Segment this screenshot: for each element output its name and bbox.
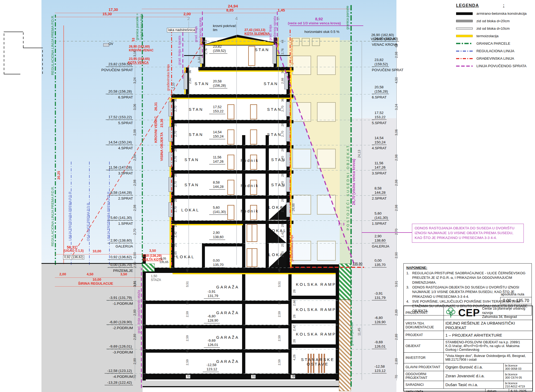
glavni-name: Ognjen Đurović d.i.a. [444,363,503,371]
vertical-label: granica parcele = [135,13,139,40]
small-dimension: 2,70 [174,206,177,212]
small-dimension: 44 [281,40,284,43]
small-dimension: 2,65 [281,251,284,257]
small-dimension: 2,59 [186,335,189,341]
elevation-mark: 5,60 (141,30) [209,205,227,215]
elevation-mark: 0,00 135,70 [209,258,225,268]
small-dimension: 2,90 [133,262,136,268]
annotation: 2,00 [59,272,66,276]
dimension: 2,89 [395,358,398,364]
slab-rect [143,300,292,304]
sw-dblu-swatch [456,51,473,52]
level-mark: 11,56 (147,26) [106,165,133,170]
level-mark: 5,60 (141,30) [108,216,133,220]
line [4,32,4,74]
line [107,94,374,94]
note-text: REGULACIJA PRISTUPNE SAOBRAĆAJNICE - ULI… [412,271,529,285]
vertical-label: građevinska linija [290,235,294,262]
annotation: 15,30 [102,12,112,16]
small-dimension: 2,59 [186,359,189,365]
legend-item: LINIJA POVUČENOG SPRATA [456,64,533,68]
legend-item: REGULACIONA LINIJA [456,49,533,53]
sw-yel-swatch [456,35,473,37]
sw-gry-swatch [456,20,473,22]
line [4,74,20,74]
annotation: 24,94 [228,4,238,8]
dimension: 3,24 [395,104,398,110]
doorD-rect [247,248,257,267]
absolute-zero-value: 0.00 = 135.70 [500,297,532,304]
dimension: 2,98 [133,180,137,186]
vertical-label: REGULACIONA LINIJA PREMA P.D.R. [51,15,55,75]
vertical-label: 26,70 (visina venca krova) [351,159,356,205]
small-dimension: 28 [174,148,177,152]
line [277,10,278,47]
line [107,67,374,67]
note-item: 1.REGULACIJA PRISTUPNE SAOBRAĆAJNICE - U… [406,271,529,285]
level-mark: 17,52 (153,22) [106,115,133,120]
vrsta-label: VRSTA TEH. DOKUMENTACIJE [404,320,444,331]
level-name: 3.SPRAT [118,171,133,175]
nwin-rect [292,241,311,261]
hgrn-rect [339,264,351,300]
level-name: 5.SPRAT [118,121,133,125]
projektant-label: PROJEKTANT: [404,306,444,320]
lic-number: 300 C674 05 [505,376,531,379]
legend-item-label: GRANICA PARCELE [476,41,510,45]
small-dimension: 30 [278,301,281,305]
level-name: 1.SPRAT [118,222,133,226]
level-mark: 8,58 144,28 [372,186,387,195]
level-name: 2.SPRAT [118,196,133,200]
vrsta-value: IDEJNO REŠENJE ZA URBANISTIČKI PROJEKAT [444,320,532,331]
small-dimension: 2,42 [281,231,284,237]
yel-rect [171,98,293,99]
room-label: LOKAL [266,227,289,233]
slab-rect [198,67,293,70]
elevation-mark: -3,91 131,79 [204,290,220,299]
vertical-label: POSTOJEĆI SUSEDNI OBJEKAT [346,144,350,230]
annotation: 3,50 [149,249,156,253]
lic-label: br.licence [505,382,531,385]
small-dimension: 40 [278,269,281,272]
slab-rect [143,254,146,380]
dimension: 2,98 [395,52,398,58]
room-label: STAN [177,181,207,188]
line [290,267,364,268]
line [184,55,203,56]
objekat-value: STAMBENO-POSLOVNI OBJEKAT na k.p. 2089/1… [444,340,532,352]
small-dimension: 1,10 [197,57,201,63]
small-dimension: 2,59 [278,359,281,365]
line [4,32,23,32]
small-dimension: 36 [281,98,284,102]
small-dimension: 40 [186,269,189,272]
level-name: GALERIJA [372,244,389,248]
legend-item-label: zid od bloka d=20cm [476,19,510,23]
investitor-value: "Vista Alegre doo", Bulevar Oslobodjenja… [444,353,532,363]
small-dimension: 28 [174,199,177,202]
annotation: 10,00 [93,278,101,282]
line [107,300,372,301]
small-dimension: 25 [174,243,177,247]
level-mark: -6,80 (128,90) [106,320,133,325]
slab-rect [143,374,339,379]
drawing-sheet: 24523,82 (159,52)POVUČENI SPRAT20,58 (15… [0,0,535,392]
lic-number: 300 0058 03 [505,367,531,370]
grid-axis-number: 2 [187,16,190,21]
slab-rect [143,268,339,273]
dimension: 2,98 [133,129,137,135]
elevation-mark: 20,58 (156,28) [209,79,227,89]
annotation: VENAC KROVA [371,37,396,41]
dimension: 68 [395,44,398,47]
level-name: POVUČENI SPRAT [372,68,403,72]
sw-dmag-swatch [456,66,473,67]
dimension: 3,91 [395,281,398,287]
dimension: 2,90 [395,252,398,258]
grid-axis-number: 5 [277,16,279,21]
line [55,15,56,265]
small-dimension: 3,51 [186,281,189,287]
line [107,374,372,374]
small-dimension: 28 [293,315,296,318]
line [171,29,172,265]
legend-colon: : [503,3,504,8]
glavni-label: GLAVNI PROJEKTANT [404,363,444,371]
